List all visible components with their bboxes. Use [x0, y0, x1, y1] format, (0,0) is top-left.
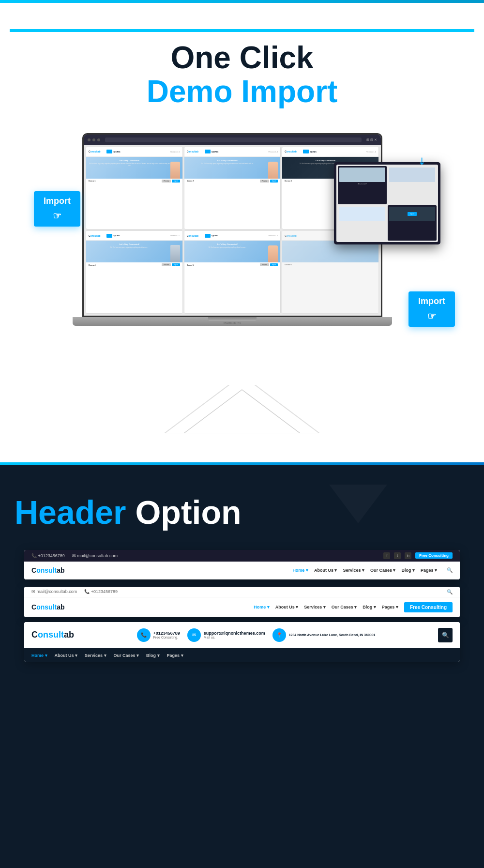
nav-3-services[interactable]: Services ▾ — [85, 653, 106, 658]
popup-dark-card: Are you sure? Import — [334, 162, 440, 244]
free-consult-btn-2[interactable]: Free Consulting — [404, 602, 453, 612]
demo-card-1-header: Consultab IQONIC Version 1.0 — [86, 147, 182, 157]
free-consult-btn-1[interactable]: Free Consulting — [415, 552, 453, 559]
nav-3-cases[interactable]: Our Cases ▾ — [114, 653, 139, 658]
topbar-search-2[interactable]: 🔍 — [447, 589, 453, 594]
nav-2-blog[interactable]: Blog ▾ — [363, 605, 376, 609]
header-mock-1: 📞 +0123456789 ✉ mail@consultab.com f t i… — [24, 550, 460, 579]
iqonic-text-4: IQONIC — [113, 234, 120, 237]
info-box-phone-text: +0123456789 Free Consulting. — [153, 631, 180, 639]
card-4-logo-blue: onsultab — [91, 234, 101, 237]
card-5-label: Demo 5 — [187, 264, 194, 266]
nav-3-blog[interactable]: Blog ▾ — [146, 653, 160, 658]
header-mock-2-nav-links: Home ▾ About Us ▾ Services ▾ Our Cases ▾… — [254, 602, 453, 612]
nav-1-search-icon[interactable]: 🔍 — [447, 567, 453, 573]
card-5-preview-btn[interactable]: Preview — [260, 263, 269, 266]
nav-3-about[interactable]: About Us ▾ — [55, 653, 78, 658]
card-2-version: Version 1.0 — [268, 151, 278, 153]
popup-mini-import-btn: Import — [408, 212, 417, 216]
nav-1-services[interactable]: Services ▾ — [343, 568, 364, 573]
popup-mini-3-img — [339, 207, 385, 221]
demo-card-4: Consultab IQONIC Version 1.0 Let's Stay … — [86, 230, 183, 314]
card-2-import-btn[interactable]: Import — [270, 180, 278, 183]
topbar-right-controls: ⊞ ⊟ ✕ — [366, 138, 377, 142]
nav-2-services[interactable]: Services ▾ — [304, 605, 326, 609]
nav-2-pages[interactable]: Pages ▾ — [382, 605, 398, 609]
card-1-import-btn[interactable]: Import — [172, 180, 180, 183]
card-5-import-btn[interactable]: Import — [270, 263, 278, 266]
nav-1-pages[interactable]: Pages ▾ — [421, 568, 437, 573]
nav-1-about[interactable]: About Us ▾ — [314, 568, 337, 573]
nav-3-home[interactable]: Home ▾ — [31, 653, 47, 658]
card-5-content-area: Let's Stay Connected! Do You have any qu… — [187, 243, 269, 248]
info-email-sub: Mail us. — [204, 636, 265, 639]
nav-3-pages[interactable]: Pages ▾ — [167, 653, 183, 658]
header-mock-1-topbar-right: f t in Free Consulting — [383, 552, 453, 559]
logo-rest-2: onsult — [36, 603, 57, 611]
card-2-label: Demo 2 — [187, 180, 194, 182]
header-mock-1-nav: Consultab Home ▾ About Us ▾ Services ▾ O… — [24, 562, 460, 579]
card-6-footer: Demo 6 — [282, 262, 378, 267]
card-4-body: Do You have any query regarding anything… — [89, 246, 170, 248]
email-icon-3: ✉ — [187, 628, 201, 642]
logo-ab-1: ab — [57, 566, 64, 574]
card-1-logo-blue: onsultab — [91, 150, 101, 153]
iqonic-text-3: IQONIC — [310, 151, 317, 153]
header-mock-2-logo: Consultab — [31, 603, 64, 611]
info-box-address-text: 1234 North Avenue Luke Lane, South Bend,… — [289, 633, 376, 637]
card-1-image: Let's Stay Connected! Do You have any qu… — [86, 157, 182, 179]
import-button-left[interactable]: Import ☞ — [34, 191, 80, 227]
card-4-headline: Let's Stay Connected! — [89, 243, 170, 245]
nav-2-home[interactable]: Home ▾ — [254, 605, 270, 609]
logo-c-2: C — [31, 603, 36, 611]
popup-mini-4: Import — [388, 205, 437, 241]
card-4-logo: Consultab — [89, 234, 100, 237]
card-2-preview-btn[interactable]: Preview — [260, 180, 269, 183]
card-4-image: Let's Stay Connected! Do You have any qu… — [86, 241, 182, 262]
header-mock-3-logo: Consultab — [31, 630, 74, 640]
card-1-headline: Let's Stay Connected! — [89, 159, 170, 162]
card-4-preview-btn[interactable]: Preview — [162, 263, 171, 266]
popup-mini-2-img — [389, 168, 435, 182]
nav-1-cases[interactable]: Our Cases ▾ — [370, 568, 396, 573]
popup-dark-inner: Are you sure? Import — [336, 165, 438, 242]
header-mock-3-search-btn[interactable]: 🔍 — [438, 628, 453, 642]
logo-ab-2: ab — [57, 603, 64, 611]
card-6-logo-blue: onsultab — [287, 234, 297, 237]
info-address: 1234 North Avenue Luke Lane, South Bend,… — [289, 633, 376, 637]
card-5-logo: Consultab — [187, 234, 198, 237]
card-5-body: Do You have any query regarding anything… — [187, 246, 269, 248]
nav-2-cases[interactable]: Our Cases ▾ — [332, 605, 357, 609]
header-mock-1-nav-links: Home ▾ About Us ▾ Services ▾ Our Cases ▾… — [292, 567, 453, 573]
header-mock-1-logo: Consultab — [31, 566, 64, 574]
card-2-content-area: Let's Stay Connected! Do You have any qu… — [187, 159, 269, 165]
logo-c-3: C — [31, 630, 38, 640]
info-box-phone: 📞 +0123456789 Free Consulting. — [137, 628, 180, 642]
header-mock-2-topbar: ✉ mail@consultab.com 📞 +0123456789 🔍 — [24, 587, 460, 597]
import-button-right[interactable]: Import ☞ — [408, 291, 455, 327]
topbar-dot-3 — [97, 138, 100, 141]
iqonic-text-1: IQONIC — [113, 151, 120, 153]
header-option-title-white: Option — [126, 494, 242, 531]
demo-card-3-header: Consultab IQONIC Version 1.0 — [282, 147, 378, 157]
nav-2-about[interactable]: About Us ▾ — [275, 605, 299, 609]
card-4-version: Version 1.0 — [170, 234, 180, 237]
nav-1-blog[interactable]: Blog ▾ — [401, 568, 415, 573]
logo-onsult-3: onsult — [38, 630, 64, 640]
svg-marker-0 — [165, 385, 319, 433]
card-1-preview-btn[interactable]: Preview — [162, 180, 171, 183]
card-4-buttons: Preview Import — [162, 263, 180, 266]
card-4-import-btn[interactable]: Import — [172, 263, 180, 266]
topbar-phone-icon-2: 📞 +0123456789 — [84, 589, 118, 594]
nav-1-home[interactable]: Home ▾ — [292, 568, 308, 573]
card-6-label: Demo 6 — [285, 263, 291, 266]
demo-title-line2: Demo Import — [10, 75, 474, 108]
popup-mini-3 — [338, 205, 387, 241]
card-2-person — [268, 162, 278, 179]
topbar-address-bar — [105, 137, 362, 142]
header-mock-1-topbar: 📞 +0123456789 ✉ mail@consultab.com f t i… — [24, 550, 460, 562]
demo-card-5-header: Consultab IQONIC Version 1.0 — [184, 231, 281, 241]
card-2-buttons: Preview Import — [260, 180, 278, 183]
demo-import-section: One Click Demo Import Import ☞ ⊞ ⊟ ✕ — [0, 0, 484, 462]
info-phone-sub: Free Consulting. — [153, 636, 180, 639]
